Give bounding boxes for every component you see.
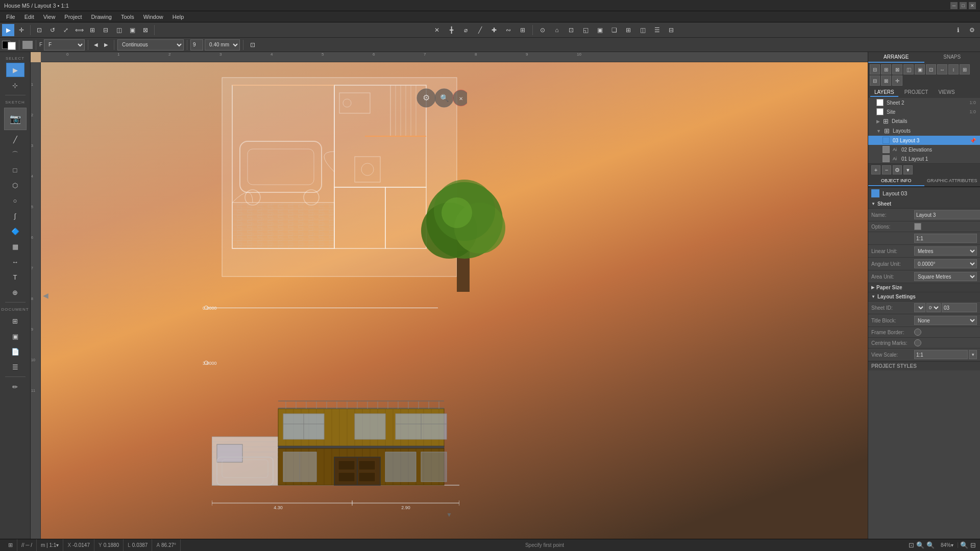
arrange-btn-1[interactable]: ⊟ [870,64,880,74]
tab-project[interactable]: PROJECT [900,88,933,97]
view-btn-10[interactable]: ⊟ [665,24,677,36]
draw-rect-button[interactable]: □ [6,163,24,177]
tab-snaps[interactable]: SNAPS [924,52,981,63]
menu-window[interactable]: Window [139,13,167,21]
draw-arc-button[interactable]: ⌒ [6,147,24,162]
add-layer-button[interactable]: + [871,165,880,174]
snap-btn-3[interactable]: ⌀ [459,24,472,36]
flip-tool-button[interactable]: ⟺ [73,24,85,36]
tool-b8[interactable]: ▣ [126,24,138,36]
pencil-button[interactable]: ✏ [6,380,24,394]
options-toggle[interactable] [914,223,921,230]
rotate-tool-button[interactable]: ↺ [46,24,59,36]
tool-b7[interactable]: ◫ [113,24,125,36]
arrange-btn-9[interactable]: ⊞ [960,64,970,74]
menu-help[interactable]: Help [168,13,188,21]
layer-dropdown[interactable]: F [44,39,85,51]
snap-btn-4[interactable]: ╱ [474,24,486,36]
view-btn-4[interactable]: ◱ [579,24,592,36]
layer-item-layout3[interactable]: 03 Layout 3 📌 [868,136,980,145]
frame-border-toggle[interactable] [914,329,921,336]
sheet-section-header[interactable]: ▼ Sheet [868,199,980,209]
arrange-btn-6[interactable]: ⊡ [926,64,936,74]
draw-line-button[interactable]: ╱ [6,132,24,146]
move-tool-button[interactable]: ⊡ [33,24,45,36]
tab-graphic-attr[interactable]: GRAPHIC ATTRIBUTES [924,176,981,186]
align-tool-button[interactable]: ⊟ [100,24,112,36]
arrange-btn-3[interactable]: ⊠ [892,64,902,74]
layer-item-layout2[interactable]: Ai 02 Elevations [868,145,980,154]
lasso-button[interactable]: ⊹ [6,78,24,92]
arrange-btn-7[interactable]: ↔ [937,64,947,74]
hatch-button[interactable]: ▦ [6,239,24,254]
menu-edit[interactable]: Edit [20,13,38,21]
tab-arrange[interactable]: ARRANGE [868,52,924,63]
view-btn-6[interactable]: ❏ [608,24,620,36]
layer-menu-button[interactable]: ▾ [903,165,913,174]
view-scale-input[interactable] [914,350,968,359]
remove-layer-button[interactable]: − [882,165,891,174]
snap-btn-6[interactable]: ∾ [502,24,514,36]
snap-btn-2[interactable]: ╋ [445,24,457,36]
scale-tool-button[interactable]: ⤢ [60,24,72,36]
title-block-select[interactable]: None [914,316,977,325]
name-input[interactable] [914,210,980,219]
view-scale-dropdown-btn[interactable]: ▾ [969,350,977,359]
tab-layers[interactable]: LAYERS [870,88,898,97]
tool-b9[interactable]: ⊠ [139,24,152,36]
view-btn-8[interactable]: ◫ [636,24,649,36]
sheet-button[interactable]: 📄 [6,344,24,359]
arrange-btn-2[interactable]: ⊞ [881,64,891,74]
smart-tool-button[interactable]: 🔷 [6,224,24,238]
menu-file[interactable]: File [2,13,19,21]
zoom-in-button[interactable]: 🔍 [926,541,935,549]
line-weight-num-input[interactable] [190,39,203,51]
arrange-btn-10[interactable]: ⊟ [870,76,880,86]
line-weight-dropdown[interactable]: 0.40 mm [205,39,240,51]
select-tool-button[interactable]: ▶ [2,24,14,36]
status-icon-btn[interactable]: ⊞ [8,542,13,548]
close-button[interactable]: ✕ [969,2,976,9]
menu-view[interactable]: View [39,13,60,21]
line-options-btn[interactable]: ⊡ [247,39,259,51]
view-btn-5[interactable]: ▣ [594,24,606,36]
arrange-btn-12[interactable]: ✛ [892,76,902,86]
paper-size-header[interactable]: ▶ Paper Size [868,283,980,292]
arrange-btn-11[interactable]: ⊠ [881,76,891,86]
arrange-btn-5[interactable]: ▣ [915,64,925,74]
arrange-btn-8[interactable]: ↕ [948,64,959,74]
info-btn[interactable]: ℹ [952,24,964,36]
draw-poly-button[interactable]: ⬡ [6,178,24,192]
dimension-button[interactable]: ↔ [6,255,24,269]
status-mode[interactable]: m | 1:1 ▾ [37,539,63,551]
layer-item-details[interactable]: ▶ ⊞ Details [868,116,980,126]
maximize-button[interactable]: □ [960,2,967,9]
draw-circle-button[interactable]: ○ [6,193,24,208]
tab-views[interactable]: VIEWS [934,88,959,97]
menu-drawing[interactable]: Drawing [87,13,116,21]
sheet-id-num-select[interactable]: 0▾ [926,303,941,312]
snap-btn-1[interactable]: ✕ [431,24,443,36]
modify-tool-button[interactable]: ✛ [15,24,28,36]
layer-item-sheet2[interactable]: Sheet 2 1:0 [868,98,980,107]
fit-view-button[interactable]: ⊡ [909,541,914,549]
line-arrow-left[interactable]: ◀ [91,39,101,51]
angular-unit-select[interactable]: 0.0000° [914,259,977,268]
snap-btn-5[interactable]: ✚ [488,24,500,36]
sheet-id-prefix-select[interactable]: - [914,303,925,312]
layout-settings-header[interactable]: ▼ Layout Settings [868,292,980,302]
3d-view-button[interactable]: ⊟ [970,541,976,549]
area-unit-select[interactable]: Square Metres [914,272,977,281]
mode-icon-1[interactable]: // ─ / [21,542,32,548]
text-button[interactable]: T [6,270,24,284]
zoom-dropdown-btn[interactable]: ▾ [951,542,953,548]
settings-btn[interactable]: ⚙ [966,24,978,36]
sheet-id-value-input[interactable] [942,303,977,312]
snap-btn-7[interactable]: ⊞ [517,24,529,36]
view-btn-2[interactable]: ⌂ [551,24,563,36]
menu-tools[interactable]: Tools [117,13,138,21]
mode-dropdown-btn[interactable]: ▾ [56,542,59,548]
minimize-button[interactable]: ─ [950,2,958,9]
zoom-custom-button[interactable]: 🔍 [960,541,968,549]
fill-color-swatch[interactable] [22,41,33,49]
